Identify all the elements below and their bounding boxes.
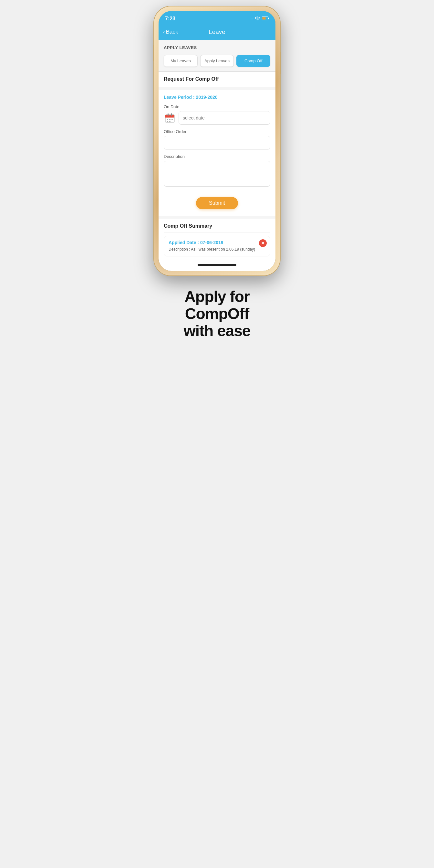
- svg-rect-7: [171, 113, 172, 116]
- tagline-text: Apply for CompOff with ease: [160, 288, 274, 339]
- battery-icon: [262, 16, 269, 22]
- status-icons: ···: [250, 16, 269, 22]
- tabs-container: My Leaves Apply Leaves Comp Off: [159, 54, 275, 71]
- divider-3: [159, 216, 275, 216]
- back-chevron-icon: ‹: [163, 29, 165, 35]
- svg-rect-11: [167, 121, 168, 122]
- summary-card-0: Applied Date : 07-06-2019 Description : …: [164, 236, 270, 256]
- office-order-input[interactable]: [164, 136, 270, 150]
- svg-rect-1: [268, 18, 269, 20]
- applied-date: Applied Date : 07-06-2019: [168, 240, 266, 245]
- on-date-group: On Date: [164, 104, 270, 125]
- tagline-line2: with ease: [183, 322, 250, 339]
- svg-rect-2: [262, 18, 266, 20]
- summary-section: Comp Off Summary Applied Date : 07-06-20…: [159, 219, 275, 261]
- form-section: Leave Period : 2019-2020 On Date: [159, 90, 275, 216]
- back-button[interactable]: ‹ Back: [163, 29, 178, 35]
- screen: 7:23 ···: [159, 11, 275, 271]
- tab-apply-leaves[interactable]: Apply Leaves: [200, 55, 234, 67]
- phone-mockup: 7:23 ···: [154, 6, 280, 275]
- description-group: Description: [164, 154, 270, 188]
- signal-icon: ···: [250, 17, 253, 21]
- applied-description: Description : As I was present on 2.06.1…: [168, 246, 266, 252]
- date-input[interactable]: [179, 111, 270, 125]
- description-label: Description: [164, 154, 270, 159]
- tab-comp-off[interactable]: Comp Off: [237, 55, 270, 67]
- summary-divider: [164, 232, 270, 232]
- phone-outer: 7:23 ···: [154, 6, 280, 275]
- header: ‹ Back Leave: [159, 25, 275, 40]
- status-time: 7:23: [165, 16, 175, 22]
- section-title: APPLY LEAVES: [164, 45, 197, 50]
- submit-button[interactable]: Submit: [196, 197, 238, 209]
- svg-rect-6: [167, 113, 168, 116]
- leave-period: Leave Period : 2019-2020: [164, 95, 270, 100]
- section-header: APPLY LEAVES: [159, 40, 275, 54]
- summary-title: Comp Off Summary: [164, 223, 212, 228]
- content-area: APPLY LEAVES My Leaves Apply Leaves Comp…: [159, 40, 275, 261]
- date-input-row: [164, 111, 270, 125]
- svg-rect-8: [167, 119, 168, 120]
- office-order-label: Office Order: [164, 129, 270, 134]
- request-section: Request For Comp Off: [159, 72, 275, 87]
- wifi-icon: [255, 16, 260, 22]
- office-order-group: Office Order: [164, 129, 270, 150]
- tagline-section: Apply for CompOff with ease: [154, 275, 280, 346]
- description-input[interactable]: [164, 161, 270, 187]
- tagline-line1: Apply for CompOff: [184, 288, 250, 322]
- header-title: Leave: [209, 28, 225, 35]
- submit-row: Submit: [164, 192, 270, 211]
- tab-my-leaves[interactable]: My Leaves: [164, 55, 197, 67]
- svg-rect-5: [165, 117, 175, 118]
- status-bar: 7:23 ···: [159, 11, 275, 25]
- calendar-icon[interactable]: [164, 112, 176, 124]
- svg-rect-9: [169, 119, 170, 120]
- on-date-label: On Date: [164, 104, 270, 109]
- request-title: Request For Comp Off: [164, 76, 219, 82]
- home-indicator: [159, 261, 275, 271]
- close-card-button[interactable]: ✕: [259, 239, 267, 247]
- svg-rect-12: [169, 121, 170, 122]
- back-label: Back: [166, 29, 178, 35]
- svg-rect-10: [172, 119, 173, 120]
- phone-inner: 7:23 ···: [159, 11, 275, 271]
- home-bar: [197, 264, 237, 266]
